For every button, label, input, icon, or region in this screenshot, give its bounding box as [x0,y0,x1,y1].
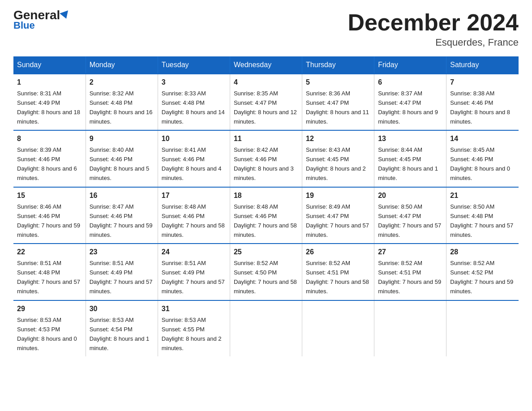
calendar-week-row: 15 Sunrise: 8:46 AMSunset: 4:46 PMDaylig… [13,187,519,244]
day-info: Sunrise: 8:52 AMSunset: 4:51 PMDaylight:… [378,260,441,295]
day-info: Sunrise: 8:31 AMSunset: 4:49 PMDaylight:… [17,90,80,125]
day-number: 26 [306,247,370,258]
table-row: 21 Sunrise: 8:50 AMSunset: 4:48 PMDaylig… [446,187,519,244]
day-info: Sunrise: 8:53 AMSunset: 4:55 PMDaylight:… [162,317,222,351]
day-number: 17 [162,190,226,201]
col-thursday: Thursday [302,56,374,74]
table-row: 14 Sunrise: 8:45 AMSunset: 4:46 PMDaylig… [446,130,519,187]
day-info: Sunrise: 8:40 AMSunset: 4:46 PMDaylight:… [90,146,150,181]
day-number: 30 [90,304,154,315]
day-info: Sunrise: 8:52 AMSunset: 4:50 PMDaylight:… [234,260,297,295]
table-row: 12 Sunrise: 8:43 AMSunset: 4:45 PMDaylig… [302,130,374,187]
table-row: 4 Sunrise: 8:35 AMSunset: 4:47 PMDayligh… [230,74,302,130]
table-row: 13 Sunrise: 8:44 AMSunset: 4:45 PMDaylig… [374,130,446,187]
day-number: 22 [17,247,82,258]
day-number: 20 [378,190,442,201]
day-number: 31 [162,304,226,315]
day-number: 15 [17,190,82,201]
calendar-week-row: 8 Sunrise: 8:39 AMSunset: 4:46 PMDayligh… [13,130,519,187]
day-number: 14 [450,133,515,145]
day-number: 10 [162,133,226,145]
calendar-week-row: 22 Sunrise: 8:51 AMSunset: 4:48 PMDaylig… [13,244,519,300]
day-info: Sunrise: 8:36 AMSunset: 4:47 PMDaylight:… [306,90,369,125]
page-header: General Blue December 2024 Esquerdes, Fr… [13,9,519,48]
col-tuesday: Tuesday [158,56,230,74]
day-info: Sunrise: 8:35 AMSunset: 4:47 PMDaylight:… [234,90,297,125]
logo-blue: Blue [13,20,35,31]
day-number: 21 [450,190,515,201]
day-number: 27 [378,247,442,258]
day-number: 1 [17,77,82,88]
col-monday: Monday [86,56,158,74]
day-info: Sunrise: 8:52 AMSunset: 4:52 PMDaylight:… [450,260,513,295]
table-row: 29 Sunrise: 8:53 AMSunset: 4:53 PMDaylig… [13,300,86,356]
col-saturday: Saturday [446,56,519,74]
table-row [230,300,302,356]
day-number: 12 [306,133,370,145]
day-info: Sunrise: 8:38 AMSunset: 4:46 PMDaylight:… [450,90,510,125]
calendar-table: Sunday Monday Tuesday Wednesday Thursday… [13,56,519,356]
title-block: December 2024 Esquerdes, France [348,9,519,48]
day-info: Sunrise: 8:48 AMSunset: 4:46 PMDaylight:… [234,203,297,238]
table-row: 31 Sunrise: 8:53 AMSunset: 4:55 PMDaylig… [158,300,230,356]
day-info: Sunrise: 8:42 AMSunset: 4:46 PMDaylight:… [234,146,294,181]
day-number: 25 [234,247,298,258]
day-info: Sunrise: 8:51 AMSunset: 4:48 PMDaylight:… [17,260,80,295]
table-row: 6 Sunrise: 8:37 AMSunset: 4:47 PMDayligh… [374,74,446,130]
table-row: 26 Sunrise: 8:52 AMSunset: 4:51 PMDaylig… [302,244,374,300]
day-info: Sunrise: 8:39 AMSunset: 4:46 PMDaylight:… [17,146,77,181]
day-info: Sunrise: 8:33 AMSunset: 4:48 PMDaylight:… [162,90,225,125]
table-row: 16 Sunrise: 8:47 AMSunset: 4:46 PMDaylig… [86,187,158,244]
day-info: Sunrise: 8:46 AMSunset: 4:46 PMDaylight:… [17,203,80,238]
table-row: 10 Sunrise: 8:41 AMSunset: 4:46 PMDaylig… [158,130,230,187]
day-info: Sunrise: 8:43 AMSunset: 4:45 PMDaylight:… [306,146,366,181]
day-number: 6 [378,77,442,88]
col-wednesday: Wednesday [230,56,302,74]
day-info: Sunrise: 8:49 AMSunset: 4:47 PMDaylight:… [306,203,369,238]
table-row: 8 Sunrise: 8:39 AMSunset: 4:46 PMDayligh… [13,130,86,187]
table-row: 17 Sunrise: 8:48 AMSunset: 4:46 PMDaylig… [158,187,230,244]
day-number: 29 [17,304,82,315]
day-info: Sunrise: 8:53 AMSunset: 4:53 PMDaylight:… [17,317,77,351]
table-row: 20 Sunrise: 8:50 AMSunset: 4:47 PMDaylig… [374,187,446,244]
calendar-week-row: 29 Sunrise: 8:53 AMSunset: 4:53 PMDaylig… [13,300,519,356]
day-number: 11 [234,133,298,145]
day-info: Sunrise: 8:44 AMSunset: 4:45 PMDaylight:… [378,146,438,181]
table-row: 7 Sunrise: 8:38 AMSunset: 4:46 PMDayligh… [446,74,519,130]
table-row: 2 Sunrise: 8:32 AMSunset: 4:48 PMDayligh… [86,74,158,130]
table-row: 24 Sunrise: 8:51 AMSunset: 4:49 PMDaylig… [158,244,230,300]
day-number: 24 [162,247,226,258]
day-info: Sunrise: 8:50 AMSunset: 4:48 PMDaylight:… [450,203,513,238]
table-row: 3 Sunrise: 8:33 AMSunset: 4:48 PMDayligh… [158,74,230,130]
day-number: 3 [162,77,226,88]
day-number: 2 [90,77,154,88]
table-row: 11 Sunrise: 8:42 AMSunset: 4:46 PMDaylig… [230,130,302,187]
table-row [374,300,446,356]
day-info: Sunrise: 8:48 AMSunset: 4:46 PMDaylight:… [162,203,225,238]
day-info: Sunrise: 8:50 AMSunset: 4:47 PMDaylight:… [378,203,441,238]
table-row: 18 Sunrise: 8:48 AMSunset: 4:46 PMDaylig… [230,187,302,244]
day-info: Sunrise: 8:41 AMSunset: 4:46 PMDaylight:… [162,146,222,181]
table-row: 28 Sunrise: 8:52 AMSunset: 4:52 PMDaylig… [446,244,519,300]
table-row: 23 Sunrise: 8:51 AMSunset: 4:49 PMDaylig… [86,244,158,300]
table-row: 30 Sunrise: 8:53 AMSunset: 4:54 PMDaylig… [86,300,158,356]
table-row: 9 Sunrise: 8:40 AMSunset: 4:46 PMDayligh… [86,130,158,187]
day-number: 18 [234,190,298,201]
col-sunday: Sunday [13,56,86,74]
day-info: Sunrise: 8:53 AMSunset: 4:54 PMDaylight:… [90,317,150,351]
day-number: 8 [17,133,82,145]
day-info: Sunrise: 8:45 AMSunset: 4:46 PMDaylight:… [450,146,510,181]
logo: General Blue [13,9,70,31]
table-row: 1 Sunrise: 8:31 AMSunset: 4:49 PMDayligh… [13,74,86,130]
day-number: 5 [306,77,370,88]
table-row: 15 Sunrise: 8:46 AMSunset: 4:46 PMDaylig… [13,187,86,244]
table-row: 27 Sunrise: 8:52 AMSunset: 4:51 PMDaylig… [374,244,446,300]
day-number: 23 [90,247,154,258]
day-info: Sunrise: 8:52 AMSunset: 4:51 PMDaylight:… [306,260,369,295]
table-row [302,300,374,356]
day-info: Sunrise: 8:47 AMSunset: 4:46 PMDaylight:… [90,203,153,238]
location: Esquerdes, France [348,37,519,48]
logo-triangle-icon [60,10,70,20]
table-row: 25 Sunrise: 8:52 AMSunset: 4:50 PMDaylig… [230,244,302,300]
day-number: 7 [450,77,515,88]
